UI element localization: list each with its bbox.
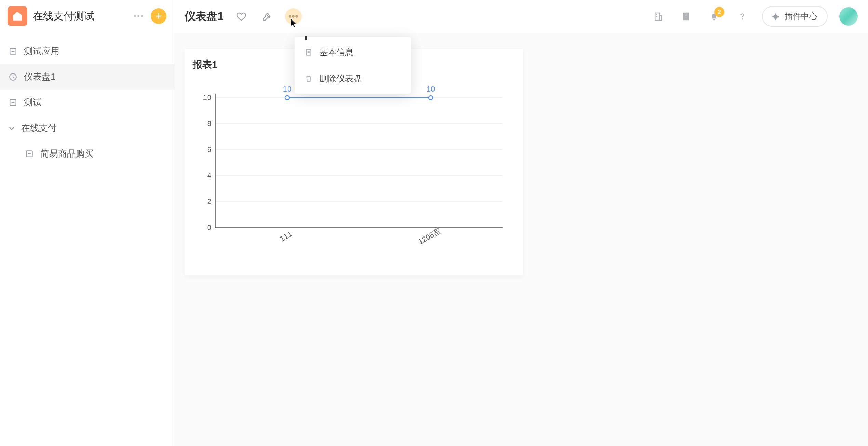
svg-point-15 xyxy=(292,15,294,17)
puzzle-icon xyxy=(772,12,781,21)
sidebar-item-label: 仪表盘1 xyxy=(24,71,55,83)
topbar: 仪表盘1 2 xyxy=(174,0,868,33)
svg-text:6: 6 xyxy=(207,145,211,154)
app-title: 在线支付测试 xyxy=(33,9,126,23)
chevron-down-icon xyxy=(8,125,15,132)
form-icon xyxy=(8,98,18,107)
dropdown-item-label: 基本信息 xyxy=(319,46,353,58)
sidebar-item-label: 测试应用 xyxy=(24,45,59,57)
dropdown-basic-info[interactable]: 基本信息 xyxy=(295,39,411,65)
svg-point-14 xyxy=(289,15,291,17)
sidebar-item-label: 在线支付 xyxy=(21,122,57,134)
more-button[interactable] xyxy=(285,8,302,25)
avatar[interactable] xyxy=(839,7,858,26)
svg-point-5 xyxy=(137,15,139,17)
sidebar-item-online-pay[interactable]: 在线支付 xyxy=(0,115,174,141)
plugin-center-label: 插件中心 xyxy=(785,11,817,22)
main: 仪表盘1 2 xyxy=(174,0,868,446)
clock-icon xyxy=(8,72,18,82)
svg-point-23 xyxy=(742,19,743,19)
wrench-button[interactable] xyxy=(259,8,276,25)
sidebar-more-icon[interactable] xyxy=(132,9,145,23)
plugin-center-button[interactable]: 插件中心 xyxy=(762,6,828,27)
svg-text:4: 4 xyxy=(207,171,211,180)
contacts-icon[interactable] xyxy=(678,8,694,25)
svg-point-22 xyxy=(685,14,687,16)
help-button[interactable] xyxy=(734,8,750,25)
svg-rect-1 xyxy=(18,16,20,18)
trash-icon xyxy=(304,74,313,83)
dropdown-item-label: 删除仪表盘 xyxy=(319,73,362,84)
sidebar-header: 在线支付测试 xyxy=(0,0,174,32)
form-icon xyxy=(8,46,18,56)
sidebar-item-label: 简易商品购买 xyxy=(40,148,94,160)
svg-text:10: 10 xyxy=(427,85,435,93)
svg-rect-2 xyxy=(15,18,16,20)
svg-text:2: 2 xyxy=(207,197,211,206)
form-icon xyxy=(25,149,34,159)
svg-point-41 xyxy=(285,96,289,100)
content: 报表1 024681010101111206室 xyxy=(174,33,868,291)
svg-rect-3 xyxy=(18,18,20,20)
sidebar-item-test[interactable]: 测试 xyxy=(0,90,174,115)
app-logo-icon xyxy=(8,6,27,26)
sidebar-add-button[interactable] xyxy=(151,8,166,24)
svg-text:0: 0 xyxy=(207,223,211,232)
sidebar: 在线支付测试 测试应用 仪表盘1 测试 xyxy=(0,0,174,446)
chart: 024681010101111206室 xyxy=(191,74,513,265)
building-icon[interactable] xyxy=(650,8,666,25)
svg-point-4 xyxy=(134,15,136,17)
favorite-button[interactable] xyxy=(233,8,250,25)
sidebar-item-label: 测试 xyxy=(24,96,42,108)
sidebar-item-simple-goods[interactable]: 简易商品购买 xyxy=(0,141,174,166)
page-title: 仪表盘1 xyxy=(185,9,224,24)
svg-text:111: 111 xyxy=(278,229,293,243)
svg-text:8: 8 xyxy=(207,119,211,128)
svg-point-43 xyxy=(429,96,433,100)
sidebar-nav: 测试应用 仪表盘1 测试 在线支付 简易商品购买 xyxy=(0,32,174,166)
svg-rect-18 xyxy=(659,16,662,21)
dropdown-delete-dashboard[interactable]: 删除仪表盘 xyxy=(295,65,411,92)
notification-button[interactable]: 2 xyxy=(706,8,722,25)
doc-icon xyxy=(304,48,313,57)
topbar-right: 2 插件中心 xyxy=(650,6,858,27)
sidebar-item-dashboard1[interactable]: 仪表盘1 xyxy=(0,64,174,90)
svg-point-6 xyxy=(141,15,143,17)
sidebar-item-test-app[interactable]: 测试应用 xyxy=(0,38,174,64)
svg-text:10: 10 xyxy=(203,93,211,102)
notification-badge: 2 xyxy=(714,7,724,17)
svg-point-16 xyxy=(296,15,298,17)
svg-text:10: 10 xyxy=(283,85,291,93)
more-dropdown: 基本信息 删除仪表盘 xyxy=(295,37,411,94)
svg-rect-0 xyxy=(15,16,16,18)
svg-text:1206室: 1206室 xyxy=(417,227,442,246)
